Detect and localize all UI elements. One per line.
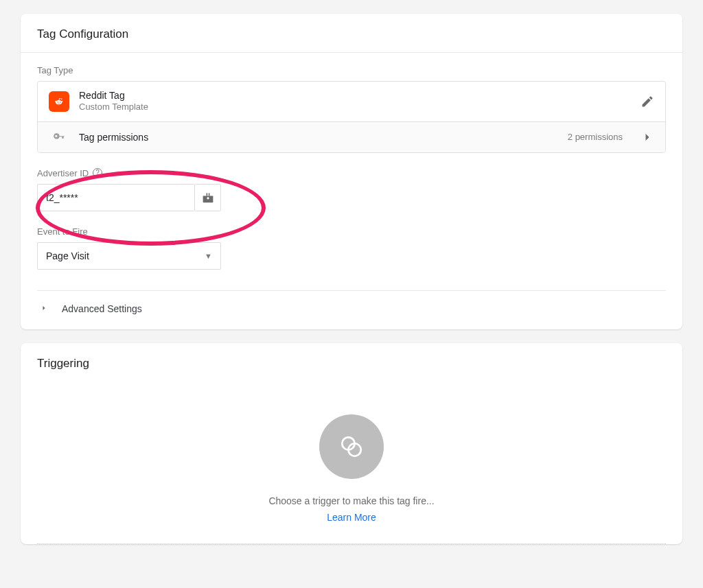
chevron-right-icon	[40, 303, 48, 314]
triggering-title: Triggering	[21, 343, 682, 381]
tag-permissions-label: Tag permissions	[79, 132, 148, 143]
event-to-fire-value: Page Visit	[46, 250, 89, 261]
tag-name: Reddit Tag	[79, 90, 148, 102]
event-to-fire-label: Event to Fire	[37, 226, 666, 237]
advanced-settings-label: Advanced Settings	[62, 303, 142, 314]
chevron-right-icon	[641, 130, 654, 144]
tag-permissions-row[interactable]: Tag permissions 2 permissions	[38, 122, 665, 152]
triggering-card: Triggering Choose a trigger to make this…	[21, 343, 682, 544]
tag-config-title: Tag Configuration	[21, 14, 682, 53]
tag-subtitle: Custom Template	[79, 102, 148, 113]
help-icon[interactable]: ?	[93, 168, 102, 178]
event-to-fire-group: Event to Fire Page Visit ▼	[37, 226, 666, 270]
permissions-count: 2 permissions	[568, 132, 623, 142]
insert-variable-button[interactable]	[195, 184, 221, 211]
trigger-empty-icon	[319, 414, 384, 479]
caret-down-icon: ▼	[205, 252, 212, 260]
learn-more-link[interactable]: Learn More	[37, 512, 666, 523]
triggering-empty-state[interactable]: Choose a trigger to make this tag fire..…	[21, 381, 682, 543]
advertiser-id-group: Advertiser ID ?	[37, 168, 666, 211]
svg-rect-3	[208, 193, 209, 196]
edit-icon[interactable]	[641, 95, 654, 108]
tag-type-texts: Reddit Tag Custom Template	[79, 90, 148, 113]
tag-type-row[interactable]: Reddit Tag Custom Template	[38, 82, 665, 122]
trigger-empty-text: Choose a trigger to make this tag fire..…	[37, 495, 666, 506]
advanced-settings-toggle[interactable]: Advanced Settings	[37, 291, 666, 329]
svg-rect-5	[207, 197, 209, 199]
advertiser-id-label-text: Advertiser ID	[37, 168, 89, 178]
dotted-divider	[37, 543, 666, 544]
advertiser-id-input[interactable]	[37, 184, 195, 211]
tag-type-label: Tag Type	[37, 65, 666, 75]
tag-type-box: Reddit Tag Custom Template Tag permissio…	[37, 81, 666, 153]
reddit-icon	[49, 91, 69, 112]
event-to-fire-select[interactable]: Page Visit ▼	[37, 242, 221, 270]
tag-configuration-card: Tag Configuration Tag Type Reddit Tag Cu…	[21, 14, 682, 329]
svg-rect-2	[206, 193, 207, 196]
advertiser-id-label: Advertiser ID ?	[37, 168, 666, 178]
key-icon	[49, 130, 69, 144]
